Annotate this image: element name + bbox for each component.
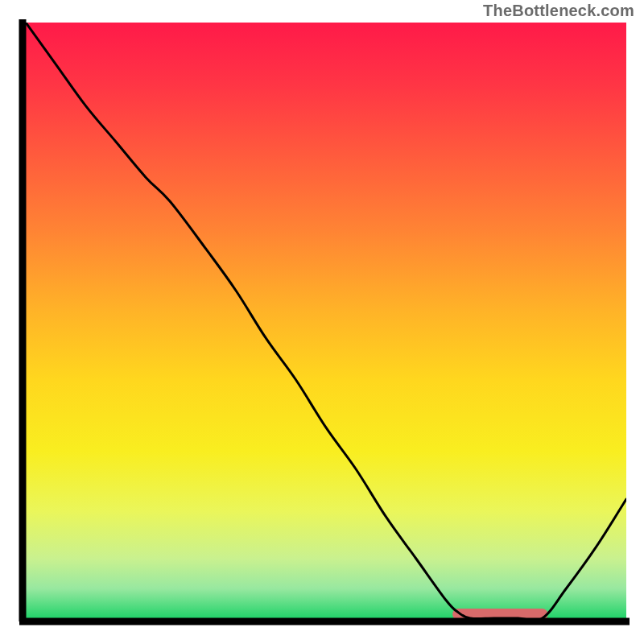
attribution-text: TheBottleneck.com [483, 2, 634, 20]
chart-container: TheBottleneck.com [0, 0, 644, 644]
gradient-background [26, 23, 626, 618]
bottleneck-chart [0, 0, 644, 644]
